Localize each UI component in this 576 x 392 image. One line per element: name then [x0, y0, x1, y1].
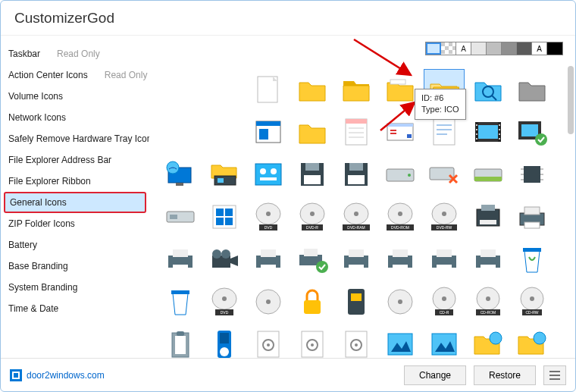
icon-cd-rw[interactable]: CD-RW [512, 281, 553, 322]
icon-drive-green[interactable] [468, 154, 509, 195]
icon-cd-rom[interactable]: CD-ROM [468, 281, 509, 322]
sidebar-item-network-icons[interactable]: Network Icons [1, 107, 149, 128]
icon-removable-drive[interactable] [468, 196, 509, 237]
icon-smartcard[interactable] [336, 281, 377, 322]
svg-point-83 [310, 212, 315, 216]
svg-rect-102 [524, 207, 540, 215]
sidebar-item-zip-folder-icons[interactable]: ZIP Folder Icons [1, 213, 149, 234]
icon-control-panel[interactable] [248, 154, 289, 195]
sidebar-item-volume-icons[interactable]: Volume Icons [1, 86, 149, 107]
icon-printer-5[interactable] [380, 239, 421, 280]
swatch-transparent[interactable] [441, 42, 456, 55]
icon-folder-yellow-1[interactable] [292, 69, 333, 110]
icon-recycle-bin-full[interactable] [512, 239, 553, 280]
icon-video[interactable] [468, 111, 509, 152]
icon-picture-2[interactable] [424, 324, 465, 358]
swatch-black[interactable] [547, 42, 562, 55]
icon-dvd-1[interactable]: DVD [248, 196, 289, 237]
sidebar-item-file-explorer-ribbon[interactable]: File Explorer Ribbon [1, 171, 149, 192]
vertical-scrollbar[interactable] [568, 58, 574, 358]
icon-printer-2[interactable] [160, 239, 201, 280]
icon-printer-1[interactable] [512, 196, 553, 237]
menu-button[interactable] [543, 365, 566, 385]
sidebar-item-system-branding[interactable]: System Branding [1, 277, 149, 298]
icon-folder-search[interactable] [468, 69, 509, 110]
sidebar-item-taskbar[interactable]: Taskbar Read Only [1, 43, 149, 64]
icon-dvd-rom[interactable]: DVD-ROM [380, 196, 421, 237]
icon-floppy-1[interactable] [292, 154, 333, 195]
tooltip-line-id: ID: #6 [421, 93, 459, 104]
icon-lock[interactable] [292, 281, 333, 322]
icon-cd-r[interactable]: CD-R [424, 281, 465, 322]
icon-monitor-globe[interactable] [160, 154, 201, 195]
icon-picture-1[interactable] [380, 324, 421, 358]
swatch-grey2[interactable] [487, 42, 502, 55]
icon-printer-6[interactable] [424, 239, 465, 280]
swatch-grey1[interactable] [471, 42, 487, 55]
sidebar-item-action-center-icons[interactable]: Action Center Icons Read Only [1, 64, 149, 86]
swatch-grey3[interactable] [502, 42, 517, 55]
icon-floppy-2[interactable] [336, 154, 377, 195]
svg-text:CD-ROM: CD-ROM [481, 310, 496, 315]
icon-folder-globe-1[interactable] [468, 324, 509, 358]
svg-point-79 [266, 212, 271, 216]
scrollbar-thumb[interactable] [568, 66, 574, 134]
svg-rect-1 [441, 42, 445, 46]
icon-program-window[interactable] [248, 111, 289, 152]
icon-camcorder[interactable] [204, 239, 245, 280]
svg-point-51 [271, 168, 277, 174]
sidebar-item-safely-remove-hardware[interactable]: Safely Remove Hardware Tray Icon [1, 128, 149, 149]
sidebar-item-label: Base Branding [8, 261, 68, 271]
svg-text:DVD-RAM: DVD-RAM [347, 225, 365, 230]
swatch-lightblue[interactable] [426, 42, 441, 55]
icon-disc-1[interactable] [248, 281, 289, 322]
icon-mp3-player[interactable] [204, 324, 245, 358]
icon-chip[interactable] [512, 154, 553, 195]
icon-settings-doc-1[interactable] [248, 324, 289, 358]
icon-dvd-ram[interactable]: DVD-RAM [336, 196, 377, 237]
icon-settings-doc-2[interactable] [292, 324, 333, 358]
svg-rect-124 [437, 249, 452, 257]
sidebar-item-base-branding[interactable]: Base Branding [1, 256, 149, 277]
icon-dvd-rw[interactable]: DVD-RW [424, 196, 465, 237]
icon-dvd-label[interactable]: DVD [204, 281, 245, 322]
sidebar-item-file-explorer-address-bar[interactable]: File Explorer Address Bar [1, 149, 149, 171]
sidebar-item-general-icons[interactable]: General Icons [4, 192, 146, 213]
icon-win-tile[interactable] [204, 196, 245, 237]
icon-settings-doc-3[interactable] [336, 324, 377, 358]
restore-button[interactable]: Restore [474, 365, 536, 385]
icon-drive-x[interactable] [424, 154, 465, 195]
website-link[interactable]: door2windows.com [10, 369, 105, 381]
svg-rect-129 [523, 248, 541, 252]
icon-folder-yellow-4[interactable] [292, 111, 333, 152]
svg-rect-99 [481, 205, 495, 211]
tooltip-line-type: Type: ICO [421, 104, 459, 115]
icon-printer-3[interactable] [248, 239, 289, 280]
icon-recycle-bin-empty[interactable] [160, 281, 201, 322]
icon-folder-grey[interactable] [512, 69, 553, 110]
icon-printer-check[interactable] [292, 239, 333, 280]
icon-disc-2[interactable] [380, 281, 421, 322]
icon-dvd-r[interactable]: DVD-R [292, 196, 333, 237]
icon-folder-device[interactable] [204, 154, 245, 195]
swatch-grey4[interactable] [517, 42, 532, 55]
swatch-white-a2[interactable]: A [532, 42, 547, 55]
icon-video-check[interactable] [512, 111, 553, 152]
icon-drive-grey[interactable] [380, 154, 421, 195]
icon-printer-7[interactable] [468, 239, 509, 280]
svg-rect-106 [173, 265, 188, 271]
change-button[interactable]: Change [404, 365, 466, 385]
svg-point-43 [535, 133, 547, 146]
svg-rect-5 [441, 50, 445, 54]
icon-folder-globe-2[interactable] [512, 324, 553, 358]
icon-blank-document[interactable] [248, 69, 289, 110]
icon-drive-flat[interactable] [160, 196, 201, 237]
sidebar-item-battery[interactable]: Battery [1, 234, 149, 256]
icon-printer-4[interactable] [336, 239, 377, 280]
icon-clipboard[interactable] [160, 324, 201, 358]
svg-rect-2 [449, 42, 452, 46]
icon-notepad[interactable] [336, 111, 377, 152]
sidebar-item-time-and-date[interactable]: Time & Date [1, 298, 149, 319]
sidebar-item-label: Time & Date [8, 303, 58, 314]
swatch-white-a[interactable]: A [456, 42, 471, 55]
